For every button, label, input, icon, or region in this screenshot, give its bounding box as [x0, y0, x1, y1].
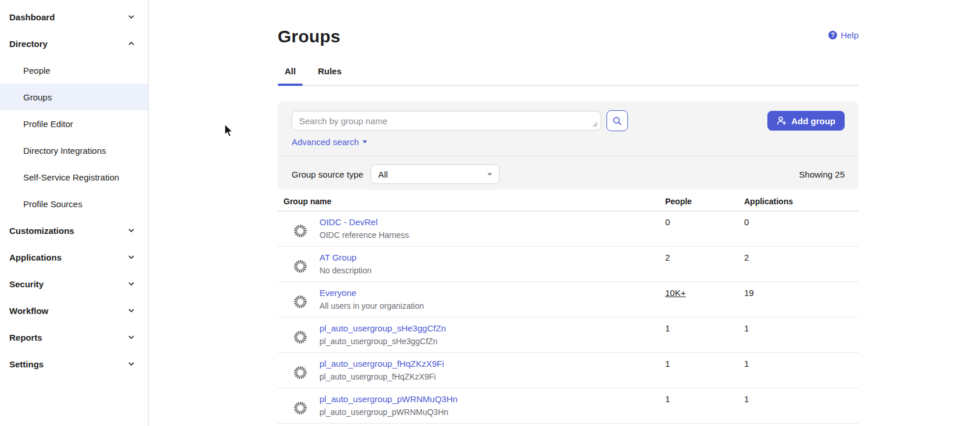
- applications-count: 1: [744, 388, 859, 423]
- page-header: Groups ? Help: [278, 0, 859, 46]
- source-type-value: All: [378, 169, 487, 179]
- sidebar-item-profile-editor[interactable]: Profile Editor: [0, 110, 148, 137]
- sidebar-item-label: Directory Integrations: [23, 146, 135, 156]
- group-name-wrap: Everyone All users in your organization: [320, 282, 424, 317]
- select-caret-icon: [487, 173, 492, 176]
- showing-count: Showing 25: [799, 169, 845, 179]
- sidebar-item-security[interactable]: Security: [0, 270, 148, 297]
- applications-count: 1: [744, 317, 859, 352]
- group-name-wrap: pl_auto_usergroup_fHqZKzX9Fi pl_auto_use…: [320, 353, 444, 388]
- chevron-down-icon: [127, 280, 135, 288]
- sidebar-nav: Dashboard Directory People Groups Profil…: [0, 0, 148, 377]
- tab-bar: All Rules: [278, 59, 859, 86]
- group-avatar-icon: [293, 295, 307, 309]
- search-icon: [612, 116, 622, 126]
- group-name-link[interactable]: pl_auto_usergroup_fHqZKzX9Fi: [320, 358, 444, 370]
- sidebar-item-label: Settings: [9, 359, 127, 369]
- sidebar-item-dashboard[interactable]: Dashboard: [0, 3, 148, 30]
- sidebar-item-settings[interactable]: Settings: [0, 351, 148, 377]
- app-window: Dashboard Directory People Groups Profil…: [0, 0, 980, 426]
- group-name-link[interactable]: Everyone: [320, 287, 424, 299]
- group-description: pl_auto_usergroup_pWRNMuQ3Hn: [320, 407, 458, 418]
- sidebar: Dashboard Directory People Groups Profil…: [0, 0, 149, 426]
- sidebar-item-label: People: [23, 66, 135, 75]
- table-row: pl_auto_usergroup_sHe3ggCfZn pl_auto_use…: [278, 317, 859, 353]
- sidebar-item-workflow[interactable]: Workflow: [0, 297, 148, 324]
- help-icon: ?: [828, 31, 837, 39]
- table-header: Group name People Applications: [278, 197, 859, 211]
- people-count: 2: [665, 247, 744, 281]
- help-link[interactable]: ? Help: [828, 30, 859, 40]
- sidebar-item-people[interactable]: People: [0, 57, 148, 84]
- resize-grip-icon[interactable]: [593, 122, 598, 127]
- add-group-label: Add group: [791, 116, 835, 126]
- mouse-cursor-icon: [224, 124, 234, 139]
- search-input[interactable]: [292, 111, 601, 131]
- sidebar-item-label: Directory: [9, 39, 127, 49]
- table-row: Everyone All users in your organization …: [278, 282, 859, 317]
- group-avatar-icon: [293, 366, 307, 380]
- advanced-search-link[interactable]: Advanced search: [292, 137, 367, 147]
- sidebar-item-self-service-registration[interactable]: Self-Service Registration: [0, 164, 148, 190]
- group-name-link[interactable]: pl_auto_usergroup_sHe3ggCfZn: [320, 323, 446, 334]
- applications-count: 0: [744, 211, 859, 246]
- person-plus-icon: [777, 116, 787, 125]
- sidebar-item-label: Applications: [9, 252, 127, 262]
- group-description: OIDC reference Harness: [320, 230, 409, 241]
- advanced-search-label: Advanced search: [292, 137, 359, 147]
- group-name-cell: pl_auto_usergroup_pWRNMuQ3Hn pl_auto_use…: [278, 388, 665, 423]
- column-header-applications: Applications: [744, 197, 859, 206]
- group-name-link[interactable]: OIDC - DevRel: [320, 216, 409, 228]
- group-name-link[interactable]: pl_auto_usergroup_pWRNMuQ3Hn: [320, 393, 458, 405]
- group-description: All users in your organization: [320, 301, 424, 312]
- applications-count: 1: [744, 353, 859, 388]
- add-group-button[interactable]: Add group: [767, 111, 845, 131]
- sidebar-item-label: Reports: [9, 333, 127, 342]
- sidebar-item-applications[interactable]: Applications: [0, 244, 148, 270]
- table-row: OIDC - DevRel OIDC reference Harness 0 0: [278, 211, 859, 247]
- sidebar-item-label: Groups: [23, 92, 135, 102]
- chevron-down-icon: [127, 333, 135, 341]
- tab-rules[interactable]: Rules: [311, 59, 349, 85]
- sidebar-item-label: Profile Editor: [23, 119, 135, 129]
- group-avatar-icon: [293, 401, 307, 415]
- chevron-down-icon: [127, 226, 135, 234]
- people-count: 1: [665, 353, 744, 388]
- search-button[interactable]: [606, 110, 628, 131]
- main-content: Groups ? Help All Rules: [278, 0, 859, 424]
- page-title: Groups: [278, 27, 859, 46]
- table-body: OIDC - DevRel OIDC reference Harness 0 0…: [278, 211, 859, 424]
- sidebar-item-groups[interactable]: Groups: [0, 84, 148, 110]
- tab-all[interactable]: All: [278, 59, 303, 85]
- people-count: 0: [665, 211, 744, 246]
- table-row: pl_auto_usergroup_fHqZKzX9Fi pl_auto_use…: [278, 353, 859, 388]
- chevron-down-icon: [127, 306, 135, 315]
- help-label: Help: [841, 30, 859, 40]
- group-avatar-icon: [293, 330, 307, 344]
- sidebar-item-label: Security: [9, 279, 127, 289]
- group-name-wrap: pl_auto_usergroup_pWRNMuQ3Hn pl_auto_use…: [320, 388, 458, 423]
- tab-label: Rules: [318, 66, 342, 76]
- chevron-up-icon: [127, 39, 135, 48]
- source-type-select[interactable]: All: [371, 164, 500, 184]
- group-description: No description: [320, 265, 372, 276]
- caret-down-icon: [362, 140, 367, 143]
- people-count: 1: [665, 317, 744, 352]
- people-count: 1: [665, 388, 744, 423]
- sidebar-item-directory[interactable]: Directory: [0, 30, 148, 57]
- group-name-wrap: OIDC - DevRel OIDC reference Harness: [320, 211, 409, 246]
- group-name-cell: AT Group No description: [278, 247, 665, 281]
- sidebar-item-label: Workflow: [9, 306, 127, 316]
- people-count[interactable]: 10K+: [665, 282, 744, 317]
- sidebar-item-directory-integrations[interactable]: Directory Integrations: [0, 137, 148, 164]
- group-name-link[interactable]: AT Group: [320, 252, 372, 263]
- sidebar-item-profile-sources[interactable]: Profile Sources: [0, 190, 148, 217]
- sidebar-item-reports[interactable]: Reports: [0, 324, 148, 351]
- sidebar-item-customizations[interactable]: Customizations: [0, 217, 148, 244]
- column-header-group-name: Group name: [278, 197, 665, 206]
- table-row: AT Group No description 2 2: [278, 247, 859, 282]
- source-type-label: Group source type: [292, 169, 371, 179]
- group-avatar-icon: [293, 224, 307, 238]
- group-description: pl_auto_usergroup_fHqZKzX9Fi: [320, 371, 444, 382]
- sidebar-item-label: Customizations: [9, 226, 127, 236]
